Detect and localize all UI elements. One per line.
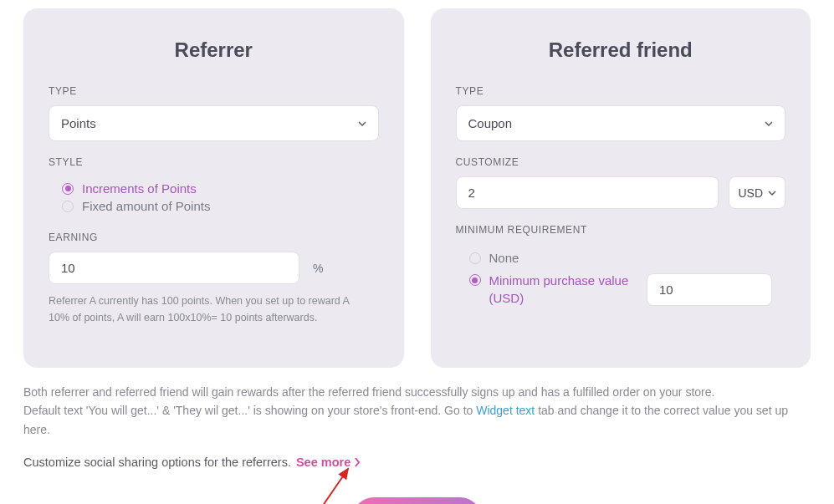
customize-share-text: Customize social sharing options for the…: [23, 456, 291, 469]
referrer-style-group: Increments of Points Fixed amount of Poi…: [49, 176, 379, 216]
referrer-type-label: TYPE: [49, 85, 379, 97]
chevron-down-icon: [765, 120, 773, 128]
referrer-style-label: STYLE: [49, 156, 379, 168]
notes-line2: Default text 'You will get...' & 'They w…: [23, 401, 811, 439]
referrer-type-value: Points: [61, 116, 96, 130]
customize-share-row: Customize social sharing options for the…: [23, 456, 811, 469]
style-option-increments[interactable]: Increments of Points: [62, 180, 366, 197]
minreq-option-minpurchase[interactable]: Minimum purchase value (USD): [469, 268, 639, 310]
style-option-label: Increments of Points: [82, 181, 197, 196]
style-option-label: Fixed amount of Points: [82, 199, 210, 213]
referred-type-label: TYPE: [456, 85, 786, 97]
radio-icon: [469, 274, 481, 286]
minreq-value-input[interactable]: [647, 273, 772, 306]
customize-label: CUSTOMIZE: [456, 156, 786, 168]
notes-line1: Both referrer and referred friend will g…: [23, 383, 811, 401]
referred-type-value: Coupon: [468, 116, 513, 130]
referred-type-select[interactable]: Coupon: [456, 105, 786, 141]
currency-select[interactable]: USD: [729, 176, 785, 209]
chevron-right-icon: [354, 457, 361, 467]
radio-icon: [62, 201, 74, 212]
radio-icon: [469, 252, 481, 264]
save-button[interactable]: Save: [352, 497, 482, 504]
earning-helper-text: Referrer A currently has 100 points. Whe…: [49, 293, 352, 326]
style-option-fixed[interactable]: Fixed amount of Points: [62, 197, 366, 215]
minreq-option-none[interactable]: None: [469, 247, 773, 268]
chevron-down-icon: [358, 120, 366, 128]
referrer-earning-label: EARNING: [49, 232, 379, 243]
referrer-card: Referrer TYPE Points STYLE Increments of…: [23, 8, 404, 368]
notes-block: Both referrer and referred friend will g…: [23, 383, 811, 439]
minreq-option-label: Minimum purchase value (USD): [489, 272, 639, 307]
minreq-label: MINIMUM REQUIREMENT: [456, 224, 786, 236]
customize-input[interactable]: [456, 176, 719, 209]
chevron-down-icon: [768, 189, 776, 197]
radio-icon: [62, 183, 74, 195]
referrer-type-select[interactable]: Points: [49, 105, 379, 141]
widget-text-link[interactable]: Widget text: [476, 404, 535, 417]
minreq-option-label: None: [489, 251, 519, 265]
see-more-link[interactable]: See more: [296, 456, 361, 469]
earning-unit: %: [313, 262, 323, 275]
referrer-title: Referrer: [49, 38, 379, 62]
currency-value: USD: [738, 186, 763, 200]
referred-card: Referred friend TYPE Coupon CUSTOMIZE US…: [431, 8, 811, 368]
earning-input[interactable]: [49, 252, 299, 284]
minreq-group: None Minimum purchase value (USD): [456, 244, 786, 312]
referred-title: Referred friend: [456, 38, 786, 62]
